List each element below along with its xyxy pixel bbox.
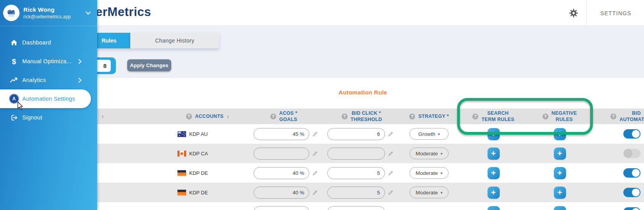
sidebar-item-label: Manual Optimiza... <box>22 58 78 64</box>
settings-menu-label[interactable]: SETTINGS <box>600 10 632 16</box>
add-negative-rule-button[interactable] <box>554 128 566 140</box>
help-icon[interactable] <box>409 114 415 119</box>
negative-rules-cell <box>527 187 593 199</box>
account-cell: KDP CA <box>174 151 242 157</box>
account-label: KDP AU <box>189 131 208 137</box>
add-search-term-rule-button[interactable] <box>488 148 500 160</box>
bid-automation-toggle[interactable] <box>623 129 640 139</box>
tab-rules-label: Rules <box>101 37 116 44</box>
column-label: TERM RULES <box>481 116 514 123</box>
sidebar-item-signout[interactable]: Signout <box>0 108 97 127</box>
bid-click-threshold-input[interactable] <box>327 148 385 160</box>
tab-change-history[interactable]: Change History <box>130 33 219 48</box>
bid-click-threshold-cell <box>326 148 398 160</box>
acos-goal-input[interactable] <box>254 187 309 199</box>
sidebar-item-automation-settings[interactable]: Automation Settings <box>0 89 91 108</box>
help-icon[interactable] <box>342 114 348 119</box>
column-label: STRATEGY * <box>418 114 449 119</box>
negative-rules-cell <box>527 148 593 160</box>
edit-pencil-icon[interactable] <box>388 151 393 156</box>
bid-click-threshold-input[interactable] <box>327 128 385 140</box>
bid-click-threshold-input[interactable] <box>327 187 385 199</box>
chevron-down-icon[interactable] <box>85 9 91 16</box>
bid-automation-cell <box>593 207 644 210</box>
automation-rule-group-label: Automation Rule <box>339 89 387 96</box>
strategy-value: Moderate <box>415 151 438 157</box>
column-label: AUTOMATION <box>619 116 644 123</box>
bid-automation-cell <box>593 188 644 197</box>
edit-pencil-icon[interactable] <box>388 190 393 195</box>
strategy-cell: Moderate <box>398 148 460 159</box>
bid-automation-cell <box>593 168 644 178</box>
user-email: rick@sellermetrics.app <box>23 14 71 20</box>
sidebar-item-analytics[interactable]: Analytics <box>0 71 97 89</box>
column-header-accounts[interactable]: ACCOUNTS <box>174 114 242 119</box>
edit-pencil-icon[interactable] <box>312 132 318 137</box>
column-header-negative-rules: NEGATIVE RULES <box>527 110 593 123</box>
sort-ascending-icon <box>227 114 229 119</box>
negative-rules-cell <box>527 206 593 210</box>
signout-icon <box>6 114 22 121</box>
sort-ascending-icon <box>101 114 104 119</box>
strategy-cell: Moderate <box>398 187 460 198</box>
strategy-select[interactable]: Moderate <box>410 148 449 159</box>
bid-automation-toggle[interactable] <box>623 168 640 178</box>
edit-pencil-icon[interactable] <box>388 171 393 176</box>
account-label: KDP DE <box>189 170 208 176</box>
edit-pencil-icon[interactable] <box>312 171 318 176</box>
add-search-term-rule-button[interactable] <box>488 206 500 210</box>
add-negative-rule-button[interactable] <box>554 167 566 179</box>
bid-automation-toggle[interactable] <box>623 207 640 210</box>
negative-rules-cell <box>527 128 593 140</box>
acos-goal-cell <box>242 167 326 179</box>
search-term-rules-cell <box>460 128 527 140</box>
acos-goal-cell <box>242 206 326 210</box>
bid-automation-toggle[interactable] <box>623 188 640 197</box>
account-cell: KDP DE <box>174 190 242 196</box>
acos-goal-input[interactable] <box>254 128 309 140</box>
sidebar-item-dashboard[interactable]: Dashboard <box>0 33 97 52</box>
sidebar: Rick Wong rick@sellermetrics.app Dashboa… <box>0 0 97 210</box>
negative-rules-cell <box>527 167 593 179</box>
add-search-term-rule-button[interactable] <box>488 128 500 140</box>
home-icon <box>6 39 22 46</box>
apply-changes-button[interactable]: Apply Changes <box>127 59 171 71</box>
strategy-select[interactable]: Moderate <box>410 167 449 179</box>
gear-icon[interactable] <box>569 9 578 19</box>
acos-goal-input[interactable] <box>254 167 309 179</box>
sidebar-item-label: Dashboard <box>22 39 97 46</box>
acos-goal-input[interactable] <box>254 148 309 160</box>
help-icon[interactable] <box>543 114 548 119</box>
add-negative-rule-button[interactable] <box>554 206 566 210</box>
add-search-term-rule-button[interactable] <box>488 187 500 199</box>
add-negative-rule-button[interactable] <box>554 187 566 199</box>
user-name: Rick Wong <box>23 6 71 13</box>
help-icon[interactable] <box>186 114 192 119</box>
edit-pencil-icon[interactable] <box>388 132 393 137</box>
column-label: NEGATIVE <box>552 110 577 116</box>
account-cell: KDP DE <box>174 170 242 176</box>
strategy-select[interactable]: Moderate <box>410 187 449 198</box>
dollar-icon <box>6 58 22 65</box>
bid-click-threshold-input[interactable] <box>327 206 385 210</box>
add-search-term-rule-button[interactable] <box>488 167 500 179</box>
user-profile[interactable]: Rick Wong rick@sellermetrics.app <box>0 0 97 26</box>
edit-pencil-icon[interactable] <box>312 190 318 195</box>
bid-click-threshold-input[interactable] <box>327 167 385 179</box>
search-term-rules-cell <box>460 167 527 179</box>
strategy-value: Moderate <box>415 170 438 176</box>
sidebar-item-manual-optimization[interactable]: Manual Optimiza... <box>0 52 97 71</box>
edit-pencil-icon[interactable] <box>312 151 318 156</box>
bid-automation-cell <box>593 129 644 139</box>
column-label: ACOS * <box>279 110 297 116</box>
strategy-select[interactable]: Growth <box>410 128 449 140</box>
strategy-value: Moderate <box>415 190 438 196</box>
add-negative-rule-button[interactable] <box>554 148 566 160</box>
help-icon[interactable] <box>270 114 276 119</box>
acos-goal-input[interactable] <box>254 206 309 210</box>
help-icon[interactable] <box>472 114 478 119</box>
help-icon[interactable] <box>610 114 616 119</box>
column-label: BID <box>619 110 644 116</box>
bid-click-threshold-cell <box>326 167 398 179</box>
account-cell: KDP AU <box>174 131 242 137</box>
